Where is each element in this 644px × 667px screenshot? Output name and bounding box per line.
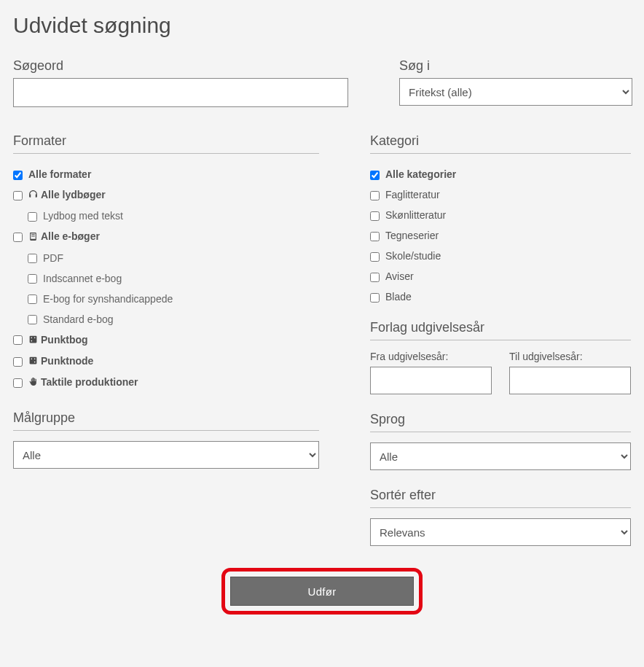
svg-rect-4 bbox=[30, 357, 37, 364]
sort-heading: Sortér efter bbox=[370, 488, 631, 508]
submit-highlight-border: Udfør bbox=[221, 568, 423, 615]
format-item: Punktbog bbox=[13, 329, 319, 351]
submit-button[interactable]: Udfør bbox=[230, 577, 414, 606]
category-item: Alle kategorier bbox=[370, 164, 631, 184]
category-item: Blade bbox=[370, 286, 631, 307]
format-item: Alle e-bøger bbox=[13, 226, 319, 247]
format-checkbox[interactable] bbox=[13, 191, 23, 200]
format-checkbox[interactable] bbox=[28, 315, 37, 324]
pubyear-from-label: Fra udgivelsesår: bbox=[370, 351, 492, 362]
category-list: Alle kategorierFaglitteraturSkønlitterat… bbox=[370, 164, 631, 307]
category-item: Faglitteratur bbox=[370, 184, 631, 205]
svg-point-2 bbox=[31, 340, 33, 342]
sort-select[interactable]: Relevans bbox=[370, 518, 631, 546]
headphones-icon bbox=[28, 190, 38, 201]
language-heading: Sprog bbox=[370, 412, 631, 432]
category-item-label: Alle kategorier bbox=[385, 168, 456, 180]
format-item: Alle lydbøger bbox=[13, 184, 319, 206]
braille-icon bbox=[28, 335, 38, 346]
audience-select[interactable]: Alle bbox=[13, 441, 319, 469]
format-item: E-bog for synshandicappede bbox=[13, 289, 319, 309]
format-item-label: PDF bbox=[43, 252, 63, 264]
format-item: Standard e-bog bbox=[13, 309, 319, 329]
pubyear-to-input[interactable] bbox=[509, 367, 631, 394]
format-checkbox[interactable] bbox=[13, 378, 23, 388]
format-item: Indscannet e-bog bbox=[13, 268, 319, 289]
category-checkbox[interactable] bbox=[370, 273, 380, 282]
format-item-label: Alle formater bbox=[28, 168, 91, 180]
format-item-label: Indscannet e-bog bbox=[43, 273, 122, 284]
category-checkbox[interactable] bbox=[370, 171, 380, 180]
format-item-label: Punktnode bbox=[41, 355, 93, 367]
svg-point-3 bbox=[34, 337, 36, 338]
formats-heading: Formater bbox=[13, 133, 319, 154]
category-checkbox[interactable] bbox=[370, 232, 380, 241]
category-item-label: Blade bbox=[385, 291, 412, 303]
category-item: Skønlitteratur bbox=[370, 205, 631, 225]
book-icon bbox=[28, 232, 38, 243]
format-item: Taktile produktioner bbox=[13, 372, 319, 393]
pubyear-to-label: Til udgivelsesår: bbox=[509, 351, 631, 362]
publisher-year-heading: Forlag udgivelsesår bbox=[370, 320, 631, 340]
page-title: Udvidet søgning bbox=[13, 13, 631, 38]
category-item: Aviser bbox=[370, 266, 631, 286]
braille-note-icon bbox=[28, 356, 38, 367]
format-checkbox[interactable] bbox=[13, 357, 23, 367]
category-heading: Kategori bbox=[370, 133, 631, 154]
hand-icon bbox=[28, 377, 38, 389]
format-item: Alle formater bbox=[13, 164, 319, 184]
search-keyword-input[interactable] bbox=[13, 78, 348, 107]
format-checkbox[interactable] bbox=[28, 254, 37, 263]
svg-point-7 bbox=[34, 359, 36, 360]
format-checkbox[interactable] bbox=[13, 335, 23, 345]
category-checkbox[interactable] bbox=[370, 293, 380, 303]
svg-point-5 bbox=[31, 359, 33, 360]
format-item: PDF bbox=[13, 248, 319, 268]
format-checkbox[interactable] bbox=[28, 212, 37, 222]
format-checkbox[interactable] bbox=[28, 295, 37, 304]
format-item: Punktnode bbox=[13, 351, 319, 372]
search-keyword-label: Søgeord bbox=[13, 58, 348, 74]
format-item-label: Alle e-bøger bbox=[41, 230, 100, 242]
format-checkbox[interactable] bbox=[13, 233, 23, 242]
format-item-label: Punktbog bbox=[41, 334, 88, 346]
format-item-label: Alle lydbøger bbox=[41, 189, 106, 200]
format-item-label: Taktile produktioner bbox=[41, 376, 138, 388]
audience-heading: Målgruppe bbox=[13, 410, 319, 431]
category-item-label: Skole/studie bbox=[385, 250, 441, 262]
svg-point-1 bbox=[31, 337, 33, 338]
category-item-label: Faglitteratur bbox=[385, 189, 440, 200]
category-item: Tegneserier bbox=[370, 225, 631, 246]
language-select[interactable]: Alle bbox=[370, 442, 631, 470]
format-item-label: Standard e-bog bbox=[43, 313, 114, 325]
format-item-label: E-bog for synshandicappede bbox=[43, 293, 173, 305]
svg-point-6 bbox=[34, 362, 36, 363]
format-item-label: Lydbog med tekst bbox=[43, 210, 123, 222]
format-item: Lydbog med tekst bbox=[13, 206, 319, 226]
category-item-label: Skønlitteratur bbox=[385, 209, 446, 221]
format-checkbox[interactable] bbox=[13, 171, 23, 180]
category-item-label: Aviser bbox=[385, 270, 414, 282]
category-checkbox[interactable] bbox=[370, 252, 380, 262]
format-checkbox[interactable] bbox=[28, 274, 37, 284]
pubyear-from-input[interactable] bbox=[370, 367, 492, 394]
search-in-label: Søg i bbox=[399, 58, 632, 74]
category-item: Skole/studie bbox=[370, 246, 631, 266]
search-in-select[interactable]: Fritekst (alle) bbox=[399, 78, 632, 106]
category-checkbox[interactable] bbox=[370, 211, 380, 221]
svg-rect-0 bbox=[30, 336, 37, 343]
category-checkbox[interactable] bbox=[370, 191, 380, 200]
category-item-label: Tegneserier bbox=[385, 230, 439, 241]
formats-list: Alle formaterAlle lydbøgerLydbog med tek… bbox=[13, 164, 319, 393]
